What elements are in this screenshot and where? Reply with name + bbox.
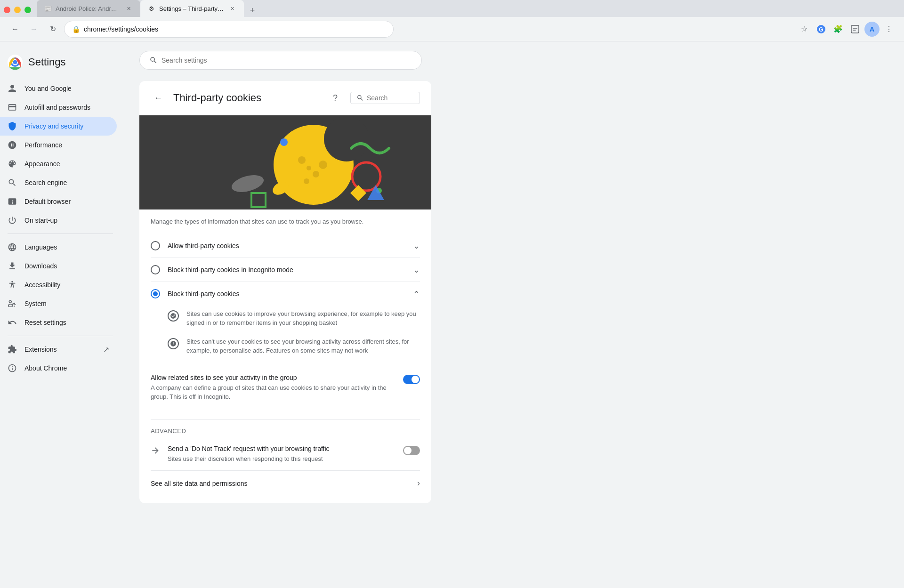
- sidebar-item-search-engine[interactable]: Search engine: [0, 173, 117, 192]
- sidebar-label-accessibility: Accessibility: [24, 281, 60, 289]
- tab-close-1[interactable]: ✕: [124, 4, 133, 13]
- google-icon-button[interactable]: G: [814, 22, 829, 37]
- tab-settings[interactable]: ⚙ Settings – Third-party cookie... ✕: [140, 0, 244, 17]
- close-window-button[interactable]: [4, 7, 10, 13]
- tab-bar: 📰 Android Police: Android news... ✕ ⚙ Se…: [37, 0, 900, 17]
- tab-android-police[interactable]: 📰 Android Police: Android news... ✕: [37, 0, 140, 17]
- download-icon: [8, 261, 17, 271]
- downloads-nav-button[interactable]: [848, 22, 863, 37]
- sidebar-label-downloads: Downloads: [24, 262, 57, 270]
- svg-point-13: [304, 178, 309, 184]
- performance-icon: [8, 140, 17, 150]
- sidebar-item-performance[interactable]: Performance: [0, 136, 117, 154]
- related-sites-toggle[interactable]: [403, 375, 420, 384]
- sidebar-label-reset: Reset settings: [24, 319, 66, 326]
- cookie-illustration: [139, 115, 431, 209]
- back-button[interactable]: ←: [8, 22, 23, 37]
- reset-icon: [8, 318, 17, 327]
- sidebar-label-autofill: Autofill and passwords: [24, 104, 90, 111]
- sidebar-item-extensions[interactable]: Extensions ↗: [0, 340, 117, 359]
- sidebar-label-performance: Performance: [24, 141, 62, 149]
- svg-point-11: [298, 156, 306, 164]
- info-item-allowed: Sites can use cookies to improve your br…: [168, 305, 420, 332]
- minimize-window-button[interactable]: [14, 7, 21, 13]
- sidebar-title: Settings: [28, 56, 66, 68]
- panel-search-input[interactable]: [367, 94, 414, 102]
- dnt-toggle[interactable]: [403, 446, 420, 455]
- dnt-arrow-icon: [151, 446, 160, 455]
- profile-button[interactable]: A: [864, 22, 880, 37]
- sidebar-label-extensions: Extensions: [24, 346, 56, 353]
- svg-point-23: [280, 138, 288, 146]
- radio-option-allow: Allow third-party cookies ⌄: [151, 234, 420, 258]
- sidebar-item-languages[interactable]: Languages: [0, 238, 117, 257]
- radio-incognito-label: Block third-party cookies in Incognito m…: [168, 266, 293, 274]
- maximize-window-button[interactable]: [24, 7, 31, 13]
- tab-favicon-1: 📰: [44, 5, 52, 12]
- sidebar-label-you-google: You and Google: [24, 85, 72, 92]
- radio-block-left: Block third-party cookies: [151, 289, 240, 298]
- radio-block-header[interactable]: Block third-party cookies ⌄: [151, 289, 420, 299]
- cookie-description: Manage the types of information that sit…: [151, 217, 420, 226]
- sidebar-item-on-startup[interactable]: On start-up: [0, 211, 117, 230]
- bookmark-button[interactable]: ☆: [797, 22, 812, 37]
- external-link-icon: ↗: [103, 345, 109, 354]
- radio-allow-circle: [151, 241, 160, 250]
- sidebar-item-reset[interactable]: Reset settings: [0, 313, 117, 332]
- appearance-icon: [8, 159, 17, 169]
- dnt-toggle-knob: [404, 447, 412, 454]
- radio-allow-label: Allow third-party cookies: [168, 242, 239, 250]
- panel-search[interactable]: [350, 92, 420, 104]
- sidebar-label-about: About Chrome: [24, 364, 67, 372]
- sidebar-item-downloads[interactable]: Downloads: [0, 257, 117, 275]
- nav-actions: ☆ G 🧩 A ⋮: [797, 22, 896, 37]
- radio-incognito-header[interactable]: Block third-party cookies in Incognito m…: [151, 265, 420, 275]
- traffic-lights: [4, 7, 37, 17]
- search-input[interactable]: [161, 56, 412, 64]
- sidebar-item-you-google[interactable]: You and Google: [0, 79, 117, 98]
- cookie-body: Manage the types of information that sit…: [139, 209, 431, 503]
- search-bar[interactable]: [139, 51, 422, 70]
- extensions-button[interactable]: 🧩: [831, 22, 846, 37]
- menu-button[interactable]: ⋮: [881, 22, 896, 37]
- search-icon: [8, 178, 17, 187]
- dnt-title: Send a 'Do Not Track' request with your …: [168, 445, 396, 452]
- forward-button[interactable]: →: [26, 22, 41, 37]
- sidebar-item-about[interactable]: About Chrome: [0, 359, 117, 378]
- page-search: [139, 51, 885, 70]
- sidebar-item-default-browser[interactable]: Default browser: [0, 192, 117, 211]
- sidebar-label-system: System: [24, 300, 47, 307]
- sidebar-item-autofill[interactable]: Autofill and passwords: [0, 98, 117, 117]
- sidebar-label-privacy: Privacy and security: [24, 122, 83, 130]
- toggle-text: Allow related sites to see your activity…: [151, 374, 396, 402]
- address-bar-icon: 🔒: [72, 25, 80, 33]
- tab-close-2[interactable]: ✕: [228, 4, 236, 13]
- sidebar-item-accessibility[interactable]: Accessibility: [0, 275, 117, 294]
- sidebar-label-startup: On start-up: [24, 217, 57, 224]
- see-all-row[interactable]: See all site data and permissions ›: [151, 470, 420, 496]
- block-expanded-content: Sites can use cookies to improve your br…: [151, 299, 420, 360]
- back-button[interactable]: ←: [151, 90, 166, 105]
- sidebar-divider-2: [8, 336, 113, 336]
- svg-rect-2: [851, 25, 859, 33]
- svg-point-10: [324, 116, 369, 161]
- tab-favicon-2: ⚙: [148, 5, 155, 12]
- radio-option-incognito: Block third-party cookies in Incognito m…: [151, 258, 420, 282]
- default-browser-icon: [8, 197, 17, 206]
- sidebar-item-system[interactable]: System: [0, 294, 117, 313]
- see-all-chevron: ›: [417, 478, 420, 488]
- startup-icon: [8, 216, 17, 225]
- panel-header: ← Third-party cookies ?: [139, 81, 431, 115]
- address-bar[interactable]: 🔒 chrome://settings/cookies: [64, 21, 394, 38]
- sidebar-item-privacy[interactable]: Privacy and security: [0, 117, 117, 136]
- title-bar: 📰 Android Police: Android news... ✕ ⚙ Se…: [0, 0, 904, 17]
- sidebar-item-appearance[interactable]: Appearance: [0, 154, 117, 173]
- toggle-desc: A company can define a group of sites th…: [151, 383, 396, 402]
- radio-option-block: Block third-party cookies ⌄ Site: [151, 282, 420, 416]
- cookies-panel: ← Third-party cookies ?: [139, 81, 431, 503]
- help-button[interactable]: ?: [328, 90, 343, 105]
- reload-button[interactable]: ↻: [45, 22, 60, 37]
- radio-allow-header[interactable]: Allow third-party cookies ⌄: [151, 241, 420, 251]
- address-text: chrome://settings/cookies: [84, 25, 386, 33]
- new-tab-button[interactable]: +: [246, 4, 259, 17]
